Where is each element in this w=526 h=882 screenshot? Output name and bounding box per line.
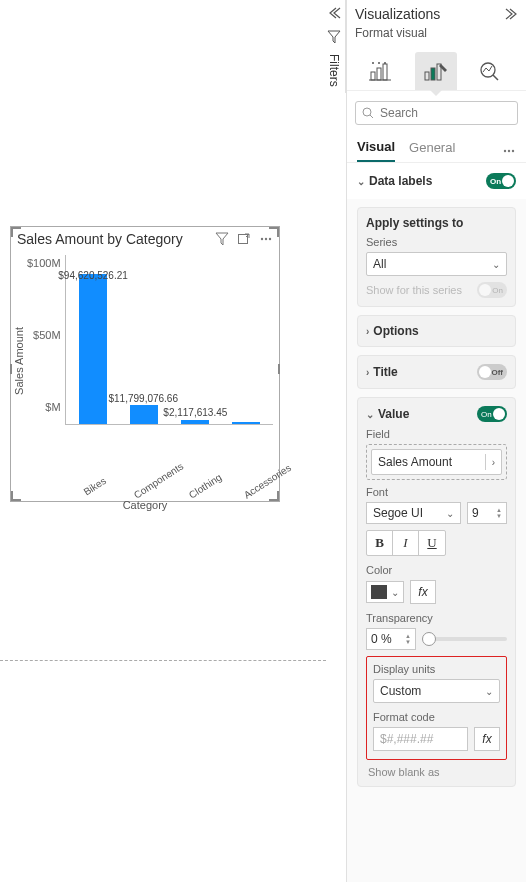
chevron-down-icon[interactable]: ⌄ — [366, 409, 374, 420]
svg-point-20 — [512, 149, 514, 151]
svg-rect-6 — [383, 64, 387, 80]
color-picker[interactable]: ⌄ — [366, 581, 404, 603]
field-label: Field — [366, 428, 507, 440]
svg-point-8 — [372, 62, 374, 64]
svg-rect-5 — [377, 68, 381, 80]
value-toggle[interactable]: On — [477, 406, 507, 422]
font-family-select[interactable]: Segoe UI⌄ — [366, 502, 461, 524]
tab-more-icon[interactable] — [502, 144, 516, 158]
svg-line-15 — [493, 75, 498, 80]
field-dropdown[interactable]: Sales Amount › — [371, 449, 502, 475]
svg-point-16 — [363, 108, 371, 116]
format-code-label: Format code — [373, 711, 500, 723]
search-icon — [362, 107, 374, 119]
fx-format-button[interactable]: fx — [474, 727, 500, 751]
svg-point-10 — [384, 62, 386, 64]
filters-funnel-icon[interactable] — [327, 30, 341, 44]
series-select[interactable]: All ⌄ — [366, 252, 507, 276]
x-axis-label: Category — [11, 499, 279, 511]
expand-pane-icon[interactable] — [504, 7, 518, 21]
apply-settings-title: Apply settings to — [366, 216, 507, 230]
svg-point-9 — [378, 62, 380, 64]
font-size-input[interactable]: 9▲▼ — [467, 502, 507, 524]
color-label: Color — [366, 564, 507, 576]
format-visual-tab[interactable] — [415, 52, 457, 90]
search-input[interactable]: Search — [355, 101, 518, 125]
font-label: Font — [366, 486, 507, 498]
title-section[interactable]: ›Title Off — [357, 355, 516, 389]
value-section-label[interactable]: Value — [378, 407, 409, 421]
filter-icon[interactable] — [215, 232, 229, 246]
chart-plot-area: $94,620,526.21 $11,799,076.66 $2,117,613… — [65, 255, 273, 425]
svg-point-3 — [269, 238, 271, 240]
visualizations-title: Visualizations — [355, 6, 440, 22]
svg-rect-4 — [371, 72, 375, 80]
display-units-label: Display units — [373, 663, 500, 675]
build-visual-tab[interactable] — [361, 52, 403, 90]
svg-point-1 — [261, 238, 263, 240]
underline-button[interactable]: U — [419, 531, 445, 555]
x-axis-tick-labels: Bikes Components Clothing Accessories — [11, 469, 279, 499]
page-boundary — [0, 660, 326, 661]
svg-point-19 — [508, 149, 510, 151]
title-toggle[interactable]: Off — [477, 364, 507, 380]
analytics-tab[interactable] — [470, 52, 512, 90]
transparency-slider[interactable] — [422, 637, 507, 641]
format-code-input[interactable]: $#,###.## — [373, 727, 468, 751]
chevron-down-icon[interactable]: ⌄ — [357, 176, 365, 187]
collapse-filters-icon[interactable] — [327, 6, 341, 20]
transparency-input[interactable]: 0 %▲▼ — [366, 628, 416, 650]
bold-button[interactable]: B — [367, 531, 393, 555]
filters-pane-label[interactable]: Filters — [327, 54, 341, 87]
display-units-select[interactable]: Custom ⌄ — [373, 679, 500, 703]
italic-button[interactable]: I — [393, 531, 419, 555]
chart-title: Sales Amount by Category — [17, 231, 215, 247]
fx-color-button[interactable]: fx — [410, 580, 436, 604]
tab-general[interactable]: General — [409, 140, 455, 161]
data-labels-section-label[interactable]: Data labels — [369, 174, 432, 188]
y-axis-label: Sales Amount — [11, 327, 27, 395]
series-label: Series — [366, 236, 507, 248]
options-section[interactable]: ›Options — [357, 315, 516, 347]
svg-point-2 — [265, 238, 267, 240]
transparency-label: Transparency — [366, 612, 507, 624]
show-blank-as-label: Show blank as — [366, 766, 507, 778]
show-for-series-label: Show for this series — [366, 284, 462, 296]
svg-point-18 — [504, 149, 506, 151]
svg-rect-12 — [431, 68, 435, 80]
show-for-series-toggle: On — [477, 282, 507, 298]
svg-line-17 — [370, 115, 373, 118]
data-labels-toggle[interactable]: On — [486, 173, 516, 189]
format-visual-subtitle: Format visual — [347, 24, 526, 46]
focus-mode-icon[interactable] — [237, 232, 251, 246]
chart-visual[interactable]: Sales Amount by Category Sales Amount $1… — [10, 226, 280, 502]
svg-rect-11 — [425, 72, 429, 80]
svg-rect-0 — [239, 235, 248, 244]
tab-visual[interactable]: Visual — [357, 139, 395, 162]
